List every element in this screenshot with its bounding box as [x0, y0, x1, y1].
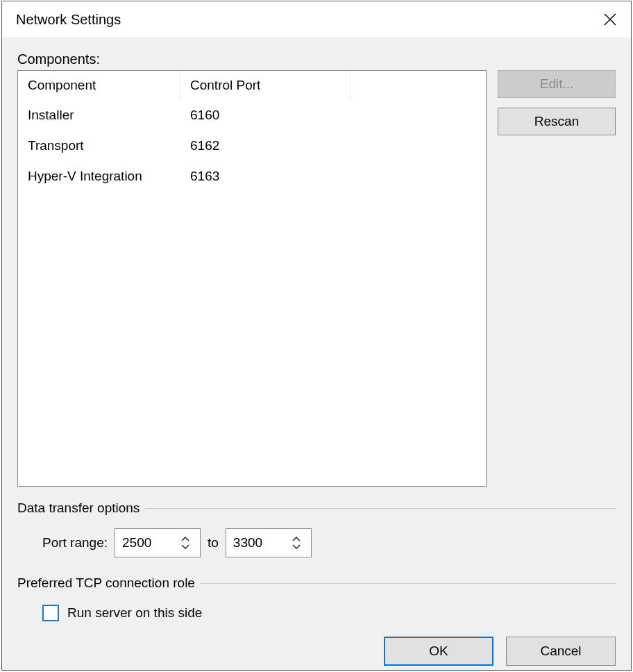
chevron-down-icon [180, 544, 190, 550]
side-buttons: Edit... Rescan [498, 70, 616, 487]
close-button[interactable] [589, 1, 631, 37]
run-server-label: Run server on this side [67, 605, 202, 621]
dialog-title: Network Settings [16, 12, 589, 28]
cell-port: 6162 [180, 138, 351, 153]
data-transfer-group: Data transfer options Port range: to [17, 501, 616, 562]
port-to-stepper[interactable] [226, 528, 312, 557]
run-server-row: Run server on this side [17, 599, 616, 621]
title-bar: Network Settings [2, 1, 631, 37]
chevron-up-icon [292, 536, 301, 542]
stepper-arrows[interactable] [283, 529, 310, 557]
listview-body: Installer 6160 Transport 6162 Hyper-V In… [18, 100, 486, 192]
listview-header: Component Control Port [18, 71, 486, 100]
column-header-control-port[interactable]: Control Port [180, 71, 351, 100]
run-server-checkbox[interactable] [42, 605, 59, 621]
cell-port: 6160 [180, 108, 351, 123]
port-from-input[interactable] [115, 529, 172, 557]
port-from-stepper[interactable] [115, 528, 201, 557]
cell-component: Hyper-V Integration [18, 169, 180, 184]
table-row[interactable]: Transport 6162 [18, 131, 486, 161]
dialog-footer: OK Cancel [17, 637, 616, 666]
cell-component: Transport [18, 138, 180, 153]
cancel-button[interactable]: Cancel [506, 637, 616, 666]
chevron-up-icon [180, 536, 190, 542]
cell-component: Installer [18, 108, 180, 123]
components-listview[interactable]: Component Control Port Installer 6160 Tr… [17, 70, 487, 487]
edit-button: Edit... [498, 70, 616, 98]
port-to-label: to [208, 535, 219, 551]
components-row: Component Control Port Installer 6160 Tr… [17, 70, 616, 487]
close-icon [603, 12, 617, 26]
ok-button[interactable]: OK [384, 637, 493, 666]
data-transfer-legend: Data transfer options [17, 501, 145, 516]
table-row[interactable]: Hyper-V Integration 6163 [18, 161, 486, 192]
table-row[interactable]: Installer 6160 [18, 100, 486, 131]
port-to-input[interactable] [226, 529, 283, 557]
port-range-label: Port range: [42, 535, 108, 551]
column-header-component[interactable]: Component [18, 71, 180, 100]
tcp-role-legend: Preferred TCP connection role [17, 576, 201, 591]
stepper-arrows[interactable] [172, 529, 199, 557]
chevron-down-icon [292, 544, 301, 550]
rescan-button[interactable]: Rescan [498, 108, 616, 135]
tcp-role-group: Preferred TCP connection role Run server… [17, 576, 616, 621]
network-settings-dialog: Network Settings Components: Component C… [1, 1, 632, 671]
cell-port: 6163 [180, 169, 351, 184]
port-range-row: Port range: to [17, 524, 616, 562]
dialog-body: Components: Component Control Port Insta… [2, 37, 631, 672]
components-label: Components: [17, 51, 616, 67]
